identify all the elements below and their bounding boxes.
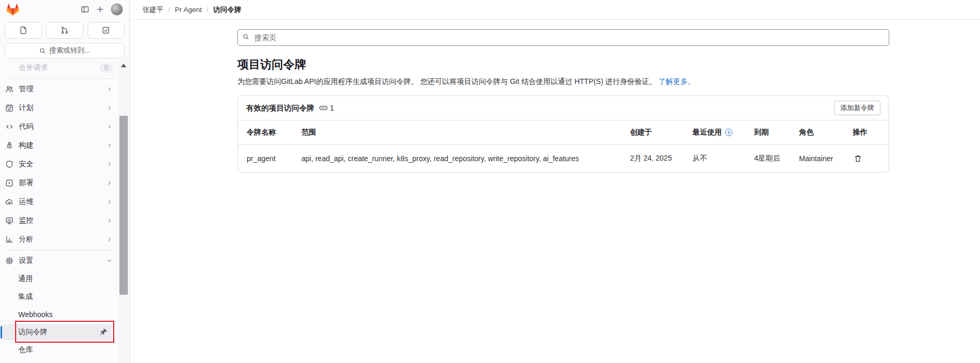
sidebar-subitem-integrations[interactable]: 集成 (0, 288, 119, 306)
sidebar-subitem-general[interactable]: 通用 (0, 270, 119, 288)
chevron-right-icon (106, 86, 113, 92)
sidebar-item-monitor[interactable]: 监控 (0, 211, 119, 230)
sidebar-item-label: 计划 (19, 103, 106, 113)
chart-icon (5, 235, 14, 244)
sidebar-item-label: 管理 (19, 84, 106, 94)
token-created-cell: 2月 24, 2025 (630, 154, 693, 163)
chevron-right-icon (106, 105, 113, 111)
sidebar-subitem-label: 访问令牌 (18, 328, 47, 337)
breadcrumb-user-link[interactable]: 张建平 (142, 5, 164, 15)
issues-shortcut-button[interactable] (5, 22, 42, 39)
sidebar-top-bar (0, 0, 129, 19)
sidebar-divider (5, 250, 114, 250)
sidebar-scrollbar[interactable] (119, 55, 128, 363)
gitlab-logo-icon[interactable] (6, 3, 19, 16)
col-header-token-name: 令牌名称 (247, 128, 301, 137)
cloud-gear-icon (5, 198, 14, 206)
col-header-expires: 到期 (754, 128, 799, 137)
sidebar-item-label: 监控 (19, 216, 106, 225)
monitor-icon (5, 216, 14, 225)
sidebar-item-security[interactable]: 安全 (0, 155, 119, 174)
add-token-button[interactable]: 添加新令牌 (834, 101, 880, 115)
breadcrumb-separator: / (207, 6, 209, 14)
sidebar-subitem-repository[interactable]: 仓库 (0, 341, 119, 359)
sidebar-subitem-label: 通用 (18, 274, 33, 284)
page-search-input[interactable] (237, 29, 889, 46)
gear-icon (5, 257, 14, 265)
sidebar-shortcuts (0, 19, 129, 39)
col-header-created: 创建于 (630, 128, 693, 137)
merge-requests-shortcut-button[interactable] (46, 22, 83, 39)
sidebar: 搜索或转到... 合并请求 0 管理 计划 代码 (0, 0, 130, 363)
merge-request-icon (61, 26, 69, 34)
trash-icon (854, 154, 862, 163)
sidebar-search-button[interactable]: 搜索或转到... (5, 43, 125, 58)
token-name-cell: pr_agent (247, 154, 301, 163)
pin-icon[interactable] (100, 328, 108, 336)
sidebar-item-manage[interactable]: 管理 (0, 80, 119, 99)
sidebar-item-code[interactable]: 代码 (0, 117, 119, 136)
page-content: 项目访问令牌 为您需要访问GitLab API的应用程序生成项目访问令牌。 您还… (237, 20, 889, 173)
help-icon[interactable]: ? (725, 129, 732, 136)
token-last-used-cell: 从不 (693, 154, 754, 163)
card-header: 有效的项目访问令牌 1 添加新令牌 (238, 96, 889, 120)
sidebar-nav: 合并请求 0 管理 计划 代码 (0, 58, 119, 363)
col-header-last-used: 最近使用 ? (693, 128, 754, 137)
sidebar-item-settings[interactable]: 设置 (0, 251, 119, 270)
active-item-indicator (1, 326, 2, 338)
sidebar-subitem-label: Webhooks (18, 310, 53, 319)
breadcrumb-separator: / (168, 6, 171, 14)
sidebar-divider (5, 78, 114, 79)
token-scopes-cell: api, read_api, create_runner, k8s_proxy,… (301, 154, 630, 163)
sidebar-toggle-button[interactable] (81, 5, 89, 14)
revoke-token-button[interactable] (853, 153, 863, 164)
chevron-right-icon (106, 180, 113, 186)
chevron-right-icon (106, 142, 113, 149)
learn-more-link[interactable]: 了解更多。 (658, 77, 695, 86)
sidebar-item-build[interactable]: 构建 (0, 136, 119, 155)
page-search (237, 29, 889, 46)
sidebar-item-deploy[interactable]: 部署 (0, 174, 119, 192)
table-row: pr_agent api, read_api, create_runner, k… (238, 145, 889, 172)
rocket-icon (5, 141, 14, 150)
breadcrumb: 张建平 / Pr Agent / 访问令牌 (130, 0, 980, 20)
chevron-right-icon (106, 199, 113, 205)
sidebar-item-label: 安全 (19, 160, 106, 169)
sidebar-subitem-webhooks[interactable]: Webhooks (0, 306, 119, 323)
todos-shortcut-button[interactable] (88, 22, 125, 39)
chevron-down-icon (106, 258, 113, 264)
breadcrumb-project-link[interactable]: Pr Agent (175, 6, 202, 14)
chevron-right-icon (106, 217, 113, 224)
plus-icon (96, 5, 104, 14)
create-new-button[interactable] (96, 5, 104, 14)
sidebar-item-analyze[interactable]: 分析 (0, 230, 119, 249)
table-header-row: 令牌名称 范围 创建于 最近使用 ? 到期 角色 操作 (238, 120, 889, 145)
card-title: 有效的项目访问令牌 (246, 103, 314, 113)
sidebar-item-plan[interactable]: 计划 (0, 99, 119, 117)
token-count: 1 (330, 104, 334, 112)
chevron-right-icon (106, 236, 113, 243)
breadcrumb-current-page: 访问令牌 (213, 5, 241, 15)
scroll-up-arrow-icon[interactable] (121, 64, 126, 67)
deploy-icon (5, 179, 14, 187)
token-actions-cell (853, 153, 889, 164)
sidebar-item-label: 分析 (19, 235, 106, 244)
sidebar-subitem-access-tokens[interactable]: 访问令牌 (0, 323, 119, 341)
sidebar-item-label: 部署 (19, 178, 106, 188)
sidebar-item-label: 设置 (19, 256, 106, 265)
sidebar-search-label: 搜索或转到... (50, 46, 91, 55)
search-icon (243, 33, 249, 40)
col-header-actions: 操作 (853, 128, 889, 137)
search-icon (39, 47, 46, 54)
col-header-label: 最近使用 (693, 128, 722, 137)
sidebar-item-label: 运维 (19, 197, 106, 207)
user-avatar[interactable] (111, 3, 123, 16)
sidebar-item-operate[interactable]: 运维 (0, 192, 119, 211)
sidebar-item-label: 代码 (19, 122, 106, 131)
sidebar-scrollbar-thumb[interactable] (119, 116, 128, 295)
todo-check-icon (102, 26, 110, 34)
sidebar-item-merge-requests[interactable]: 合并请求 0 (0, 58, 119, 77)
sidebar-subitem-label: 仓库 (18, 345, 33, 355)
active-tokens-card: 有效的项目访问令牌 1 添加新令牌 令牌名称 范围 创建于 最近使用 ? (237, 95, 889, 173)
merge-requests-count-badge: 0 (100, 63, 113, 72)
